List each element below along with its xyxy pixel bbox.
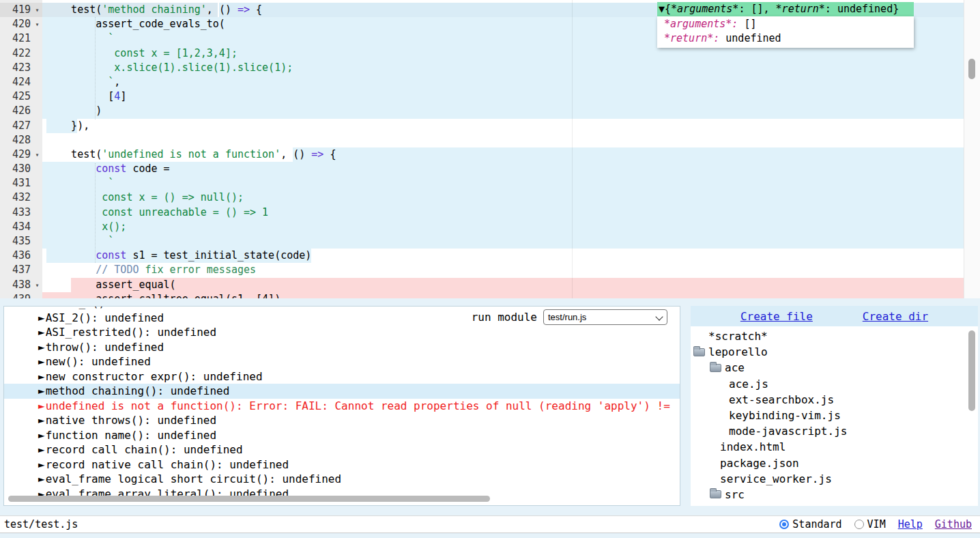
expand-icon[interactable]: ►: [38, 414, 45, 427]
gutter-row: 431: [0, 176, 42, 190]
scrollbar-thumb[interactable]: [968, 59, 975, 79]
expand-icon[interactable]: ►: [52, 306, 59, 309]
expand-icon[interactable]: ►: [38, 472, 45, 485]
calltree-item[interactable]: ►function name(): undefined: [4, 428, 680, 443]
calltree-item[interactable]: ►method chaining(): undefined: [4, 384, 680, 399]
help-link[interactable]: Help: [898, 518, 923, 530]
code-editor[interactable]: 419▾420▾421422423424425426427428429▾4304…: [0, 0, 980, 298]
calltree-item[interactable]: ►record call chain(): undefined: [4, 442, 680, 457]
line-number: 432: [0, 190, 32, 205]
code-token: ),: [77, 119, 89, 132]
code-line-433[interactable]: const unreachable = () => 1: [42, 206, 964, 220]
tree-item[interactable]: mode-javascript.js: [691, 423, 978, 439]
tree-item[interactable]: ace: [691, 360, 978, 376]
tree-item[interactable]: leporello: [691, 344, 978, 360]
code-line-427[interactable]: }),: [42, 119, 964, 133]
code-line-435[interactable]: `: [42, 234, 964, 249]
fold-arrow-icon[interactable]: ▾: [32, 147, 42, 162]
files-panel: Create file Create dir *scratch*leporell…: [691, 306, 978, 506]
expand-icon[interactable]: ►: [38, 399, 45, 412]
tree-item[interactable]: ace.js: [691, 376, 978, 392]
calltree-item[interactable]: ►eval_frame logical short circuit(): und…: [4, 472, 680, 487]
keybinding-mode-vim[interactable]: VIM: [854, 518, 886, 530]
expand-icon[interactable]: ►: [38, 326, 45, 339]
code-token: x.slice(1).slice(1).slice(1);: [46, 61, 293, 74]
code-line-436[interactable]: const s1 = test_initial_state(code): [42, 249, 964, 263]
code-line-439[interactable]: assert_calltree_equal(s1, [4]): [42, 292, 964, 298]
tree-item[interactable]: *scratch*: [691, 328, 978, 344]
tooltip-row: *arguments*: []: [664, 17, 914, 31]
create-file-link[interactable]: Create file: [740, 310, 813, 323]
code-segment: assert_calltree_equal(s1, [4]): [46, 292, 280, 298]
calltree-item[interactable]: ►record native call chain(): undefined: [4, 457, 680, 472]
fold-arrow-icon[interactable]: ▾: [32, 3, 42, 17]
fold-arrow-slot: [32, 46, 42, 61]
code-line-428[interactable]: [42, 133, 964, 147]
radio-icon[interactable]: [854, 520, 864, 529]
github-link[interactable]: Github: [935, 518, 972, 530]
code-segment: const x = () => null();: [46, 190, 244, 205]
code-line-425[interactable]: [4]: [42, 89, 964, 104]
code-line-431[interactable]: `: [42, 176, 964, 190]
calltree-item[interactable]: ►native throws(): undefined: [4, 413, 680, 428]
expand-icon[interactable]: ►: [38, 311, 45, 324]
code-token: const x = () => null();: [46, 191, 244, 203]
code-token: x();: [46, 221, 126, 233]
code-token: (): [219, 3, 237, 16]
code-token: (): [293, 148, 311, 160]
expand-icon[interactable]: ►: [38, 355, 45, 368]
run-module-select[interactable]: test/run.js: [543, 309, 667, 325]
code-line-438[interactable]: assert_equal(: [42, 278, 964, 292]
expand-icon[interactable]: ►: [38, 384, 45, 397]
expand-icon[interactable]: ►: [38, 458, 45, 471]
radio-icon[interactable]: [779, 520, 789, 529]
calltree-item[interactable]: ►undefined is not a function(): Error: F…: [4, 399, 680, 414]
editor-vertical-scrollbar[interactable]: [964, 0, 980, 298]
tree-item[interactable]: service_worker.js: [691, 471, 978, 487]
file-tree-scrollbar-thumb[interactable]: [968, 330, 975, 411]
line-number: 420: [0, 17, 32, 31]
editor-gutter: 419▾420▾421422423424425426427428429▾4304…: [0, 0, 42, 298]
tree-item[interactable]: package.json: [691, 455, 978, 471]
line-number: 436: [0, 249, 32, 263]
calltree-horizontal-scrollbar-thumb[interactable]: [8, 496, 490, 502]
code-line-429[interactable]: test('undefined is not a function', () =…: [42, 147, 964, 162]
code-line-434[interactable]: x();: [42, 220, 964, 234]
tooltip-expander-header[interactable]: ▼{*arguments*: [], *return*: undefined}: [657, 2, 914, 16]
tree-item[interactable]: src: [691, 487, 978, 502]
expand-icon[interactable]: ►: [38, 429, 45, 442]
calltree-item[interactable]: ►new(): undefined: [4, 354, 680, 369]
tree-item[interactable]: ext-searchbox.js: [691, 392, 978, 408]
fold-arrow-icon[interactable]: ▾: [32, 278, 42, 292]
code-token: ,: [207, 3, 219, 16]
expand-icon[interactable]: ►: [38, 370, 45, 383]
code-line-422[interactable]: const x = [1,2,3,4];: [42, 46, 964, 61]
tree-item[interactable]: keybinding-vim.js: [691, 408, 978, 423]
code-line-423[interactable]: x.slice(1).slice(1).slice(1);: [42, 61, 964, 75]
keybinding-mode-standard[interactable]: Standard: [779, 518, 841, 530]
gutter-row: 421: [0, 31, 42, 46]
calltree-list: ►ASI_1(): undefined►ASI_2(): undefined►A…: [4, 306, 680, 501]
fold-arrow-slot: [32, 104, 42, 118]
code-line-424[interactable]: `,: [42, 75, 964, 89]
code-line-437[interactable]: // TODO fix error messages: [42, 263, 964, 277]
gutter-row: 434: [0, 220, 42, 234]
tree-item[interactable]: index.html: [691, 439, 978, 455]
code-line-432[interactable]: const x = () => null();: [42, 190, 964, 205]
expand-icon[interactable]: ►: [38, 443, 45, 456]
code-token: `: [46, 235, 114, 247]
tooltip-value: undefined: [719, 32, 781, 44]
fold-arrow-icon[interactable]: ▾: [32, 17, 42, 31]
calltree-item-label: record call chain(): undefined: [46, 443, 243, 456]
calltree-item[interactable]: ►ASI_restrited(): undefined: [4, 325, 680, 340]
fold-arrow-slot: [32, 190, 42, 205]
calltree-item[interactable]: ►throw(): undefined: [4, 340, 680, 355]
calltree-item-label: function name(): undefined: [46, 429, 216, 442]
code-line-430[interactable]: const code =: [42, 162, 964, 176]
create-dir-link[interactable]: Create dir: [863, 310, 928, 323]
code-line-426[interactable]: ): [42, 104, 964, 118]
tree-item[interactable]: ast_utils.js: [691, 502, 978, 506]
expand-icon[interactable]: ►: [38, 341, 45, 354]
calltree-item[interactable]: ►new constructor expr(): undefined: [4, 369, 680, 384]
code-segment: x.slice(1).slice(1).slice(1);: [46, 61, 293, 75]
